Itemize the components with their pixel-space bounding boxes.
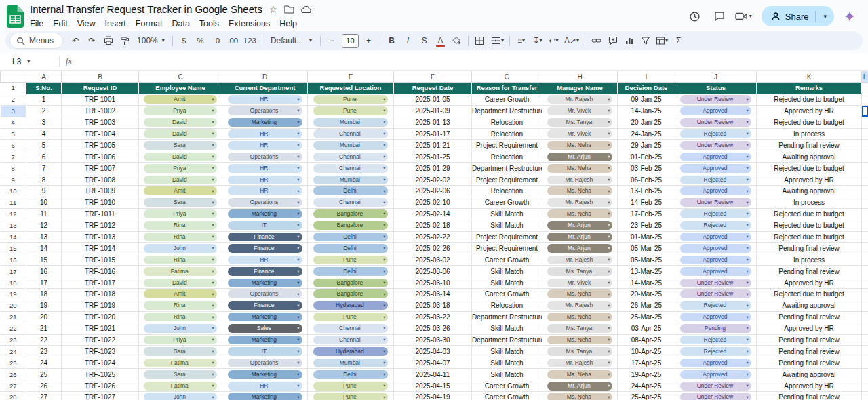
- cell[interactable]: Sara▾: [139, 346, 222, 357]
- dropdown-chip[interactable]: Ms. Tanya▾: [547, 324, 613, 333]
- cell[interactable]: Skill Match: [472, 357, 542, 369]
- cell[interactable]: Rina▾: [139, 220, 222, 231]
- cell[interactable]: Fatima▾: [139, 266, 222, 277]
- cell[interactable]: Career Growth: [472, 197, 542, 208]
- cell[interactable]: Awaiting approval: [757, 300, 862, 311]
- menu-item-insert[interactable]: Insert: [100, 18, 131, 29]
- cell[interactable]: TRF-1010: [62, 197, 139, 208]
- row-header-1[interactable]: 1: [1, 83, 26, 94]
- cell[interactable]: 27: [26, 392, 62, 400]
- cell[interactable]: TRF-1011: [62, 208, 139, 220]
- dropdown-chip[interactable]: Marketing▾: [228, 336, 302, 344]
- cell[interactable]: TRF-1005: [62, 140, 139, 151]
- cell[interactable]: Chennai▾: [308, 323, 394, 334]
- dropdown-chip[interactable]: John▾: [144, 393, 216, 400]
- dropdown-chip[interactable]: Pune▾: [313, 95, 389, 104]
- cell[interactable]: Delhi▾: [308, 243, 394, 254]
- dropdown-chip[interactable]: Mr. Arjun▾: [547, 221, 613, 230]
- cell[interactable]: 2025-03-26: [394, 323, 472, 334]
- gemini-icon[interactable]: [841, 7, 859, 25]
- filter-icon[interactable]: [637, 33, 653, 49]
- cell[interactable]: TRF-1001: [62, 94, 139, 105]
- cell[interactable]: Project Requirement: [472, 140, 542, 151]
- row-header-15[interactable]: 15: [1, 243, 26, 254]
- cell[interactable]: Operations▾: [222, 151, 308, 163]
- row-header-17[interactable]: 17: [1, 266, 26, 277]
- cell[interactable]: Skill Match: [472, 323, 542, 334]
- cell[interactable]: Operations▾: [222, 105, 308, 117]
- cell[interactable]: TRF-1012: [62, 220, 139, 231]
- dropdown-chip[interactable]: Ms. Neha▾: [547, 289, 613, 298]
- text-color-button[interactable]: A: [433, 33, 448, 49]
- undo-icon[interactable]: ↶: [68, 33, 83, 49]
- dropdown-chip[interactable]: Approved▾: [680, 244, 751, 253]
- cell[interactable]: [862, 186, 868, 197]
- cell[interactable]: Operations▾: [222, 357, 308, 369]
- cell[interactable]: Mr. Rajesh▾: [542, 174, 618, 186]
- cell[interactable]: Amit▾: [139, 94, 222, 105]
- dropdown-chip[interactable]: Under Review▾: [680, 95, 751, 104]
- dropdown-chip[interactable]: Rejected▾: [680, 301, 751, 310]
- redo-icon[interactable]: ↷: [84, 33, 100, 49]
- cell[interactable]: Awaiting approval: [757, 186, 862, 197]
- cell[interactable]: Pending final review: [757, 346, 862, 357]
- cell[interactable]: Under Review▾: [675, 197, 757, 208]
- cell[interactable]: Mr. Rajesh▾: [542, 300, 618, 311]
- cell[interactable]: Pending final review: [757, 392, 862, 400]
- column-header-h[interactable]: H: [542, 71, 618, 83]
- dropdown-chip[interactable]: Amit▾: [144, 95, 216, 104]
- cell[interactable]: Chennai▾: [308, 197, 394, 208]
- cell[interactable]: Mr. Arjun▾: [542, 220, 618, 231]
- cell[interactable]: 14-Jan-25: [618, 105, 675, 117]
- cell[interactable]: Ms. Neha▾: [542, 208, 618, 220]
- cell[interactable]: Approved▾: [675, 357, 757, 369]
- cell[interactable]: TRF-1003: [62, 117, 139, 128]
- table-views-icon[interactable]: ▾: [654, 33, 670, 49]
- dropdown-chip[interactable]: HR▾: [228, 164, 302, 173]
- cell[interactable]: Under Review▾: [675, 117, 757, 128]
- cell[interactable]: 13: [26, 231, 62, 243]
- print-icon[interactable]: [100, 33, 116, 49]
- cell[interactable]: Finance▾: [222, 266, 308, 277]
- row-header-2[interactable]: 2: [1, 94, 26, 105]
- cell[interactable]: 7: [26, 163, 62, 174]
- row-header-13[interactable]: 13: [1, 220, 26, 231]
- row-header-28[interactable]: 28: [1, 392, 26, 400]
- share-dropdown-button[interactable]: ▾: [816, 13, 834, 20]
- dropdown-chip[interactable]: Approved▾: [680, 233, 751, 241]
- menu-item-edit[interactable]: Edit: [48, 18, 73, 29]
- dropdown-chip[interactable]: Chennai▾: [313, 324, 389, 333]
- cell[interactable]: Rina▾: [139, 300, 222, 311]
- dropdown-chip[interactable]: Approved▾: [680, 313, 751, 321]
- dropdown-chip[interactable]: David▾: [144, 279, 216, 287]
- font-select[interactable]: Default... ▾: [266, 36, 317, 45]
- row-header-5[interactable]: 5: [1, 128, 26, 140]
- cell[interactable]: 14-Feb-25: [618, 197, 675, 208]
- cell[interactable]: TRF-1024: [62, 357, 139, 369]
- cell[interactable]: 2025-02-26: [394, 243, 472, 254]
- dropdown-chip[interactable]: Bangalore▾: [313, 221, 389, 230]
- cell[interactable]: David▾: [139, 128, 222, 140]
- cell[interactable]: [862, 243, 868, 254]
- increase-font-size-button[interactable]: +: [361, 33, 376, 49]
- dropdown-chip[interactable]: Pune▾: [313, 106, 389, 115]
- cell[interactable]: Under Review▾: [675, 277, 757, 289]
- cell[interactable]: 23: [26, 346, 62, 357]
- cell[interactable]: Approved▾: [675, 243, 757, 254]
- cell[interactable]: Approved▾: [675, 254, 757, 266]
- cell[interactable]: Rejected due to budget: [757, 208, 862, 220]
- cell[interactable]: David▾: [139, 117, 222, 128]
- cell[interactable]: [862, 392, 868, 400]
- dropdown-chip[interactable]: John▾: [144, 324, 216, 333]
- column-header-e[interactable]: E: [308, 71, 394, 83]
- cell[interactable]: Sara▾: [139, 369, 222, 380]
- cell[interactable]: Approved▾: [675, 186, 757, 197]
- cell[interactable]: [862, 231, 868, 243]
- cell[interactable]: 2025-04-11: [394, 369, 472, 380]
- cell[interactable]: IT▾: [222, 220, 308, 231]
- paint-format-icon[interactable]: [117, 33, 132, 49]
- table-header-cell[interactable]: Manager Name: [542, 83, 618, 94]
- dropdown-chip[interactable]: Under Review▾: [680, 382, 751, 391]
- insert-chart-icon[interactable]: [621, 33, 637, 49]
- cell[interactable]: Bangalore▾: [308, 208, 394, 220]
